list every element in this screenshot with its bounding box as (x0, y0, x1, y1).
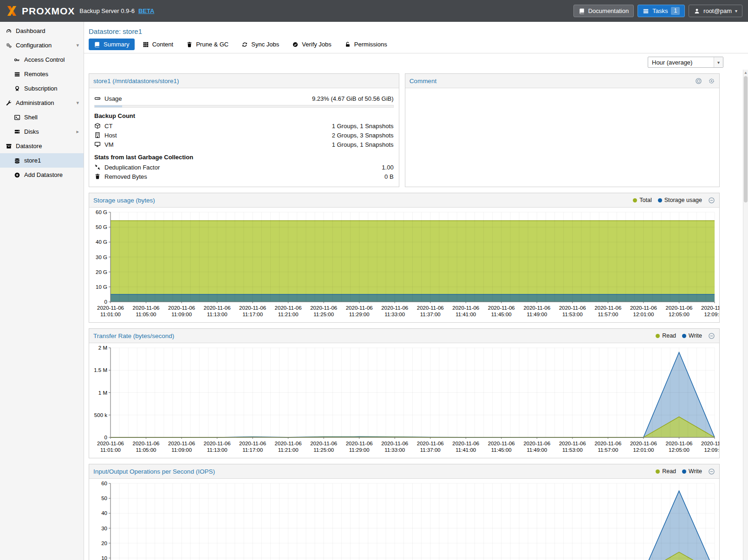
tab-permissions[interactable]: Permissions (339, 39, 392, 50)
svg-text:2020-11-0611:49:00: 2020-11-0611:49:00 (523, 305, 550, 317)
sidebar-item-access-control[interactable]: Access Control (0, 52, 84, 67)
tab-verify-jobs[interactable]: Verify Jobs (287, 39, 337, 50)
gc-stats-title: Stats from last Garbage Collection (94, 154, 394, 161)
svg-text:2020-11-0611:21:00: 2020-11-0611:21:00 (275, 441, 302, 453)
svg-text:10 G: 10 G (96, 284, 107, 290)
terminal-icon (14, 114, 20, 121)
svg-text:20: 20 (101, 540, 107, 546)
sidebar-item-remotes[interactable]: Remotes (0, 67, 84, 81)
tasks-button[interactable]: Tasks 1 (637, 5, 685, 17)
grid-icon (143, 41, 149, 48)
usage-label: Usage (104, 95, 122, 102)
sidebar-item-subscription[interactable]: Subscription (0, 81, 84, 96)
usage-progress-fill (95, 105, 122, 107)
sidebar-item-label: Datastore (16, 143, 42, 150)
tab-content[interactable]: Content (137, 39, 179, 50)
collapse-icon[interactable] (708, 197, 715, 204)
chart-title: Storage usage (bytes) (93, 197, 155, 204)
gear-icon[interactable] (708, 78, 715, 85)
chevron-down-icon: ▾ (76, 100, 79, 106)
svg-text:2020-11-0611:41:00: 2020-11-0611:41:00 (452, 441, 479, 453)
sync-icon (241, 41, 248, 48)
legend-dot-icon (633, 198, 637, 202)
trash-icon (94, 173, 101, 180)
legend-write[interactable]: Write (682, 468, 702, 475)
refresh-icon[interactable] (695, 78, 702, 85)
chevron-right-icon: ▸ (76, 129, 79, 135)
documentation-button[interactable]: Documentation (573, 5, 634, 17)
svg-text:2020-11-0611:21:00: 2020-11-0611:21:00 (275, 305, 302, 317)
monitor-icon (94, 141, 101, 148)
svg-text:2020-11-0611:01:00: 2020-11-0611:01:00 (97, 441, 124, 453)
cube-icon (94, 123, 101, 129)
svg-text:2020-11-0611:53:00: 2020-11-0611:53:00 (559, 441, 586, 453)
vertical-scrollbar[interactable]: ▲ (743, 70, 748, 560)
book-icon (94, 41, 100, 48)
timeframe-select[interactable]: Hour (average) ▾ (648, 57, 723, 68)
sidebar-item-add-datastore[interactable]: Add Datastore (0, 168, 84, 182)
beta-link[interactable]: BETA (138, 7, 154, 14)
collapse-icon[interactable] (708, 332, 715, 339)
app-window: PROXMOX Backup Server 0.9-6 BETA Documen… (0, 0, 748, 560)
svg-text:2020-11-0611:45:00: 2020-11-0611:45:00 (488, 441, 515, 453)
scrollbar-up-arrow[interactable]: ▲ (743, 70, 748, 75)
compress-icon (94, 164, 101, 170)
toolbar-row: Hour (average) ▾ (84, 53, 748, 71)
legend-label: Read (662, 468, 676, 475)
trash-icon (186, 41, 193, 48)
comment-content[interactable] (405, 88, 719, 187)
user-label: root@pam (703, 7, 732, 14)
sidebar-item-administration[interactable]: Administration▾ (0, 96, 84, 110)
svg-text:2020-11-0612:01:00: 2020-11-0612:01:00 (630, 305, 657, 317)
svg-text:60 G: 60 G (96, 209, 107, 215)
row-value: 1 Groups, 1 Snapshots (332, 141, 394, 148)
chart-panel-transfer-rate: Transfer Rate (bytes/second)ReadWrite050… (89, 328, 720, 458)
tab-label: Prune & GC (196, 41, 228, 48)
sidebar-item-store1[interactable]: store1 (0, 153, 84, 168)
scrollbar-thumb[interactable] (744, 76, 748, 202)
svg-text:10: 10 (101, 555, 107, 560)
tasks-label: Tasks (652, 7, 668, 14)
host-icon (94, 132, 101, 138)
sidebar-item-datastore[interactable]: Datastore (0, 139, 84, 153)
row-value: 1 Groups, 1 Snapshots (332, 123, 394, 130)
svg-text:30 G: 30 G (96, 254, 107, 260)
book-icon (579, 8, 585, 14)
chevron-down-icon[interactable]: ▾ (714, 57, 723, 67)
svg-text:50: 50 (101, 495, 107, 501)
tab-sync-jobs[interactable]: Sync Jobs (236, 39, 284, 50)
legend-read[interactable]: Read (656, 468, 676, 475)
user-menu-button[interactable]: root@pam ▾ (689, 5, 742, 17)
badge-icon (14, 85, 20, 92)
documentation-label: Documentation (588, 7, 629, 14)
db-icon (14, 157, 20, 164)
legend-label: Read (662, 332, 676, 339)
sidebar-item-disks[interactable]: Disks▸ (0, 124, 84, 139)
sidebar-item-shell[interactable]: Shell (0, 110, 84, 124)
svg-text:40 G: 40 G (96, 239, 107, 245)
svg-text:2020-11-0611:25:00: 2020-11-0611:25:00 (310, 305, 337, 317)
chart-title: Input/Output Operations per Second (IOPS… (93, 468, 215, 475)
legend-storage-usage[interactable]: Storage usage (658, 197, 702, 203)
sidebar-item-dashboard[interactable]: Dashboard (0, 24, 84, 38)
proxmox-logo-icon (6, 5, 18, 17)
legend-dot-icon (656, 334, 660, 338)
svg-text:1.5 M: 1.5 M (94, 367, 107, 373)
sidebar-item-label: Remotes (24, 71, 48, 78)
summary-row-ct: CT1 Groups, 1 Snapshots (94, 121, 394, 130)
tab-summary[interactable]: Summary (89, 39, 135, 50)
sidebar-item-label: Disks (24, 128, 39, 135)
sidebar-item-label: Access Control (24, 56, 65, 63)
legend-total[interactable]: Total (633, 197, 651, 203)
collapse-icon[interactable] (708, 468, 715, 475)
svg-text:2020-11-0611:17:00: 2020-11-0611:17:00 (239, 441, 266, 453)
summary-row-deduplication-factor: Deduplication Factor1.00 (94, 163, 394, 172)
row-label: Removed Bytes (104, 173, 147, 180)
chart-plot: 01020304050602020-11-0611:01:002020-11-0… (89, 479, 719, 560)
chart-panel-storage-usage: Storage usage (bytes)TotalStorage usage0… (89, 193, 720, 323)
row-label: Host (104, 132, 117, 139)
legend-write[interactable]: Write (682, 332, 702, 339)
tab-prune-gc[interactable]: Prune & GC (181, 39, 234, 50)
sidebar-item-configuration[interactable]: Configuration▾ (0, 38, 84, 52)
legend-read[interactable]: Read (656, 332, 676, 339)
